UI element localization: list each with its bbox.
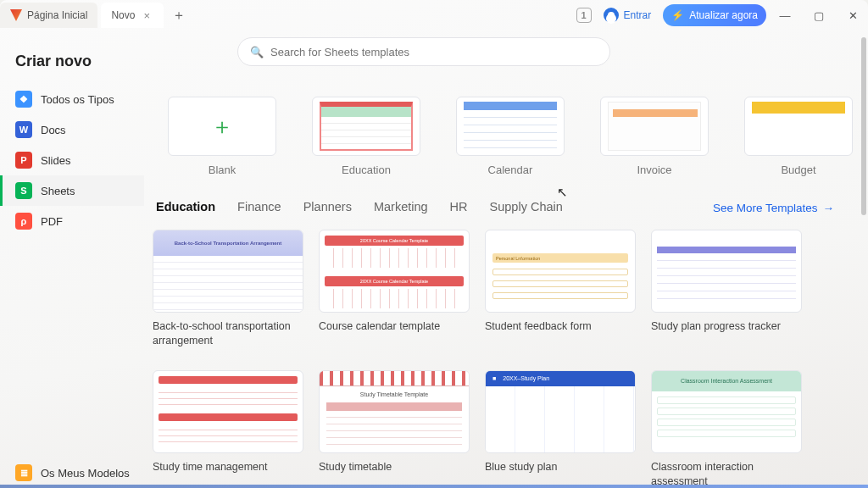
minimize-button[interactable]: ― [770, 0, 800, 30]
new-tab-button[interactable]: ＋ [167, 3, 191, 27]
close-icon[interactable]: × [140, 9, 153, 22]
tab-new[interactable]: Novo × [101, 3, 164, 28]
login-button[interactable]: Entrar [595, 4, 660, 26]
template-thumb: Student Feedback Form Personal Lnformati… [485, 230, 636, 313]
upgrade-button[interactable]: ⚡ Atualizar agora [663, 4, 766, 26]
vertical-scrollbar[interactable] [860, 30, 866, 395]
sidebar-item-label: Slides [41, 154, 70, 167]
blank-thumb: ＋ [168, 97, 276, 156]
thumb-header: Study Timetable Template [320, 391, 469, 397]
template-thumb: Study Plan Progress Tracker [651, 230, 802, 313]
tab-home[interactable]: Página Inicial [0, 3, 97, 28]
sheets-icon: S [15, 182, 32, 199]
pdf-icon: ρ [15, 213, 32, 230]
budget-thumb [744, 97, 853, 156]
tpl-back-to-school[interactable]: Back-to-School Transportation Arrangemen… [153, 230, 303, 348]
slides-icon: P [15, 152, 32, 169]
quick-label: Budget [744, 164, 853, 176]
sidebar-item-label: Todos os Tipos [41, 93, 114, 106]
template-label: Study time management [153, 460, 303, 474]
quick-label: Education [312, 164, 420, 176]
tpl-study-time-management[interactable]: Study time management [153, 370, 303, 488]
sidebar-item-label: Docs [41, 124, 66, 136]
tab-new-label: Novo [111, 9, 135, 21]
template-label: Classroom interaction assessment [651, 460, 802, 488]
cat-planners[interactable]: Planners [303, 200, 352, 216]
tpl-study-timetable[interactable]: Study Timetable Template Study timetable [319, 370, 470, 488]
template-grid: Back-to-School Transportation Arrangemen… [153, 230, 841, 488]
sidebar-item-sheets[interactable]: S Sheets [0, 175, 144, 206]
all-types-icon: ❖ [15, 91, 32, 108]
cat-supplychain[interactable]: Supply Chain [490, 200, 563, 216]
sidebar-item-pdf[interactable]: ρ PDF [0, 206, 144, 236]
template-thumb: Classroom Interaction Assessment [651, 370, 802, 453]
template-label: Study plan progress tracker [651, 319, 802, 334]
quick-label: Invoice [600, 164, 709, 176]
search-icon: 🔍 [250, 46, 264, 58]
tpl-classroom-assessment[interactable]: Classroom Interaction Assessment Classro… [651, 370, 802, 488]
tpl-student-feedback[interactable]: Student Feedback Form Personal Lnformati… [485, 230, 636, 348]
template-thumb: Back-to-School Transportation Arrangemen… [153, 230, 303, 313]
bolt-icon: ⚡ [671, 9, 684, 21]
template-thumb [153, 370, 303, 453]
tpl-blue-study-plan[interactable]: ■20XX–Study Plan Blue study plan [485, 370, 636, 488]
template-label: Student feedback form [485, 319, 636, 334]
education-thumb [312, 97, 420, 156]
sidebar: Criar novo ❖ Todos os Tipos W Docs P Sli… [0, 30, 144, 488]
sidebar-item-label: Sheets [41, 185, 75, 197]
search-input[interactable]: 🔍 [237, 37, 610, 66]
quick-budget[interactable]: Budget [744, 97, 853, 176]
sidebar-item-all[interactable]: ❖ Todos os Tipos [0, 84, 144, 114]
taskbar-hint [0, 485, 868, 488]
thumb-header: Student Feedback Form [486, 230, 635, 243]
sidebar-item-label: PDF [41, 215, 63, 228]
close-button[interactable]: ✕ [837, 0, 868, 30]
avatar-icon [604, 8, 619, 23]
tpl-progress-tracker[interactable]: Study Plan Progress Tracker Study plan p… [651, 230, 802, 348]
page-title: Criar novo [0, 37, 144, 84]
cat-finance[interactable]: Finance [237, 200, 281, 216]
cat-hr[interactable]: HR [450, 200, 468, 216]
tab-home-label: Página Inicial [27, 9, 87, 21]
thumb-header: Classroom Interaction Assessment [652, 371, 801, 391]
sidebar-item-slides[interactable]: P Slides [0, 145, 144, 175]
quick-start-row: ＋ Blank Education Calendar Invoice [168, 97, 841, 176]
titlebar: Página Inicial Novo × ＋ 1 Entrar ⚡ Atual… [0, 0, 868, 30]
my-templates-icon: ≣ [15, 464, 32, 481]
category-row: Education Finance Planners Marketing HR … [153, 200, 841, 216]
quick-education[interactable]: Education [312, 97, 420, 176]
thumb-header: 20XX Course Calendar Template [325, 236, 464, 246]
see-more-label: See More Templates [713, 202, 818, 214]
template-label: Course calendar template [319, 319, 470, 334]
quick-calendar[interactable]: Calendar [456, 97, 565, 176]
maximize-button[interactable]: ▢ [804, 0, 834, 30]
quick-invoice[interactable]: Invoice [600, 97, 709, 176]
window-mode-icon[interactable]: 1 [576, 8, 592, 23]
quick-blank[interactable]: ＋ Blank [168, 97, 276, 176]
arrow-right-icon: → [823, 202, 835, 214]
thumb-section: Personal Lnformation [492, 253, 628, 263]
tpl-course-calendar[interactable]: 20XX Course Calendar Template 20XX Cours… [319, 230, 470, 348]
cat-marketing[interactable]: Marketing [374, 200, 428, 216]
thumb-header: 20XX Course Calendar Template [325, 276, 464, 286]
template-label: Study timetable [319, 460, 470, 474]
sidebar-item-docs[interactable]: W Docs [0, 114, 144, 145]
template-label: Back-to-school transportation arrangemen… [153, 319, 303, 348]
template-thumb: 20XX Course Calendar Template 20XX Cours… [319, 230, 470, 313]
calendar-thumb [456, 97, 565, 156]
main: 🔍 ＋ Blank Education Calendar [144, 30, 868, 488]
see-more-link[interactable]: See More Templates → [713, 202, 841, 214]
thumb-header: Back-to-School Transportation Arrangemen… [153, 230, 303, 256]
upgrade-label: Atualizar agora [689, 9, 758, 21]
quick-label: Blank [168, 164, 276, 176]
login-label: Entrar [624, 9, 652, 21]
cursor-icon: ↖ [557, 185, 568, 200]
search-field[interactable] [270, 46, 598, 58]
cat-education[interactable]: Education [156, 200, 215, 216]
template-thumb: ■20XX–Study Plan [485, 370, 636, 453]
sidebar-item-my-templates[interactable]: ≣ Os Meus Modelos [0, 458, 144, 488]
docs-icon: W [15, 121, 32, 138]
thumb-header: 20XX–Study Plan [503, 375, 549, 381]
template-label: Blue study plan [485, 460, 636, 474]
template-thumb: Study Timetable Template [319, 370, 470, 453]
